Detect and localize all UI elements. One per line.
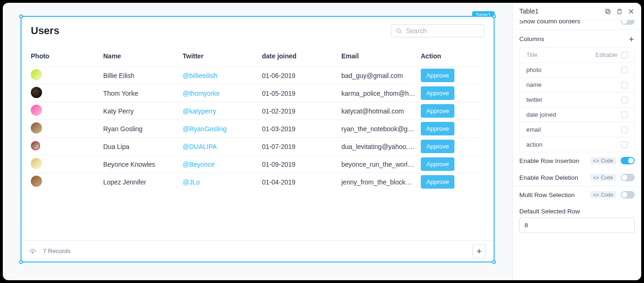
editable-checkbox[interactable] <box>621 82 628 88</box>
show-column-borders-toggle[interactable] <box>621 20 635 25</box>
cell-date: 01-02-2019 <box>262 107 341 115</box>
cell-name: Billie Eilish <box>103 72 183 79</box>
cell-email: katycat@hotmail.com <box>341 107 421 115</box>
search-icon <box>396 28 402 35</box>
table-column-headers: Photo Name Twitter date joined Email Act… <box>31 46 484 66</box>
plus-icon <box>476 248 482 255</box>
canvas-area[interactable]: Table1 Users Photo Name Twitter <box>3 3 512 280</box>
avatar <box>31 87 42 98</box>
multi-row-selection-toggle[interactable] <box>621 191 635 198</box>
cell-name: Dua Lipa <box>103 143 183 150</box>
approve-button[interactable]: Approve <box>421 104 454 118</box>
cell-name: Lopez Jennifer <box>103 178 183 186</box>
svg-line-1 <box>400 32 401 33</box>
column-item[interactable]: name <box>519 78 635 92</box>
approve-button[interactable]: Approve <box>421 140 454 153</box>
table-row[interactable]: Katy Perry @katyperry 01-02-2019 katycat… <box>31 102 484 120</box>
column-item[interactable]: action <box>519 137 635 152</box>
editable-checkbox[interactable] <box>621 127 628 133</box>
col-header-action[interactable]: Action <box>421 52 467 60</box>
editable-checkbox[interactable] <box>621 97 628 103</box>
search-box[interactable] <box>391 24 484 37</box>
cell-twitter[interactable]: @JLo <box>183 178 262 186</box>
approve-button[interactable]: Approve <box>421 69 454 82</box>
cell-email: dua_levitating@yahoo.com <box>341 143 421 150</box>
table-footer: 7 Records <box>21 240 494 262</box>
editable-checkbox[interactable] <box>621 67 628 73</box>
trash-icon[interactable] <box>616 8 623 15</box>
cell-date: 01-06-2019 <box>262 72 341 79</box>
cell-email: karma_police_thom@hotmail.com <box>341 90 421 97</box>
col-header-date-joined[interactable]: date joined <box>262 52 341 60</box>
download-icon[interactable] <box>29 248 36 255</box>
avatar <box>31 176 42 187</box>
cell-email: jenny_from_the_block@yahoo.com <box>341 178 421 186</box>
table-row[interactable]: Lopez Jennifer @JLo 01-04-2019 jenny_fro… <box>31 173 484 191</box>
table-row[interactable]: Dua Lipa @DUALIPA 01-07-2019 dua_levitat… <box>31 137 484 155</box>
enable-row-deletion-label: Enable Row Deletion <box>519 174 578 181</box>
avatar <box>31 141 40 150</box>
col-header-email[interactable]: Email <box>341 52 421 60</box>
table-widget[interactable]: Users Photo Name Twitter date joined Ema… <box>21 16 495 262</box>
col-header-photo[interactable]: Photo <box>31 52 103 60</box>
approve-button[interactable]: Approve <box>421 157 454 171</box>
cell-twitter[interactable]: @billieeilish <box>183 72 262 79</box>
columns-section-label: Columns <box>519 35 544 42</box>
editable-all-checkbox[interactable] <box>621 52 628 58</box>
search-input[interactable] <box>406 27 479 35</box>
cell-twitter[interactable]: @Beyonce <box>183 161 262 168</box>
cell-date: 01-09-2019 <box>262 161 341 168</box>
resize-handle-tl[interactable] <box>19 14 23 18</box>
cell-twitter[interactable]: @RyanGosling <box>183 125 262 133</box>
cell-email: bad_guy@gmail.com <box>341 72 421 79</box>
avatar <box>31 158 42 169</box>
enable-row-insertion-toggle[interactable] <box>621 157 635 164</box>
cell-date: 01-07-2019 <box>262 143 341 150</box>
approve-button[interactable]: Approve <box>421 175 454 189</box>
col-header-twitter[interactable]: Twitter <box>183 52 262 60</box>
column-item[interactable]: date joined <box>519 107 635 122</box>
table-row[interactable]: Thom Yorke @thomyorke 01-05-2019 karma_p… <box>31 84 484 102</box>
add-row-button[interactable] <box>472 244 486 258</box>
table-row[interactable]: Beyonce Knowles @Beyonce 01-09-2019 beyo… <box>31 155 484 173</box>
cell-twitter[interactable]: @thomyorke <box>183 90 262 97</box>
svg-point-0 <box>397 28 401 32</box>
column-item[interactable]: email <box>519 122 635 137</box>
multi-row-selection-label: Multi Row Selection <box>519 191 575 198</box>
code-badge[interactable]: <> Code <box>590 191 616 198</box>
approve-button[interactable]: Approve <box>421 122 454 135</box>
svg-rect-5 <box>606 9 609 13</box>
cell-name: Beyonce Knowles <box>103 161 183 168</box>
enable-row-deletion-toggle[interactable] <box>621 174 635 181</box>
avatar <box>31 105 42 116</box>
resize-handle-tr[interactable] <box>492 14 496 18</box>
cell-twitter[interactable]: @DUALIPA <box>183 143 262 150</box>
add-column-button[interactable] <box>628 36 635 42</box>
default-selected-row-input[interactable]: 0 <box>519 218 635 233</box>
column-item[interactable]: twitter <box>519 92 635 107</box>
editable-checkbox[interactable] <box>621 112 628 118</box>
code-badge[interactable]: <> Code <box>590 174 616 181</box>
editable-checkbox[interactable] <box>621 142 628 148</box>
table-row[interactable]: Ryan Gosling @RyanGosling 01-03-2019 rya… <box>31 120 484 137</box>
panel-title: Table1 <box>519 7 538 15</box>
approve-button[interactable]: Approve <box>421 86 454 100</box>
plus-icon <box>628 36 635 42</box>
default-selected-row-label: Default Selected Row <box>519 208 580 215</box>
table-row[interactable]: Billie Eilish @billieeilish 01-06-2019 b… <box>31 66 484 84</box>
table-title: Users <box>31 25 59 37</box>
cell-twitter[interactable]: @katyperry <box>183 107 262 115</box>
code-badge[interactable]: <> Code <box>590 157 616 164</box>
show-column-borders-label: Show column borders <box>519 20 580 25</box>
cell-date: 01-03-2019 <box>262 125 341 133</box>
columns-list-header: Title Editable <box>519 47 635 63</box>
col-header-name[interactable]: Name <box>103 52 183 60</box>
cell-email: beyonce_run_the_world@gmail.com <box>341 161 421 168</box>
records-count: 7 Records <box>43 248 71 255</box>
close-icon[interactable] <box>628 8 635 15</box>
column-item[interactable]: photo <box>519 63 635 78</box>
copy-icon[interactable] <box>604 8 611 15</box>
svg-rect-4 <box>607 10 610 14</box>
property-panel: Table1 Show column borders Columns <box>512 3 641 280</box>
avatar <box>31 122 42 134</box>
